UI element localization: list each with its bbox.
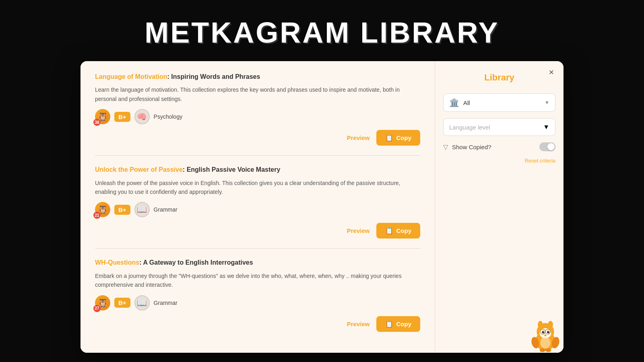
badge-count-2: 21: [93, 212, 101, 219]
preview-button-1[interactable]: Preview: [347, 134, 370, 141]
card-title-rest-3: : A Gateway to English Interrogatives: [139, 259, 253, 266]
svg-point-10: [549, 331, 549, 332]
language-chevron-icon: ▼: [543, 123, 549, 131]
copy-icon-3: 📋: [385, 320, 393, 328]
all-dropdown[interactable]: 🏛️ All ▼: [443, 93, 555, 112]
card-actions-1: Preview 📋 Copy: [95, 130, 420, 146]
modal: × Language of Motivation: Inspiring Word…: [80, 61, 564, 353]
preview-button-3[interactable]: Preview: [347, 321, 370, 327]
all-dropdown-label: All: [463, 99, 541, 106]
svg-point-18: [545, 348, 551, 352]
copy-label-3: Copy: [396, 321, 412, 327]
grade-badge-3: B+: [114, 298, 130, 308]
card-highlight-3: WH-Questions: [95, 259, 139, 266]
card-title-rest-2: : English Passive Voice Mastery: [183, 166, 280, 173]
language-level-dropdown[interactable]: Language level ▼: [443, 118, 555, 136]
copy-button-2[interactable]: 📋 Copy: [376, 223, 421, 239]
copy-label-2: Copy: [396, 227, 412, 234]
copy-button-3[interactable]: 📋 Copy: [376, 316, 421, 332]
card-highlight-2: Unlock the Power of Passive: [95, 166, 183, 173]
mascot-figure: [527, 317, 564, 353]
category-icon-1: 🧠: [134, 109, 150, 124]
filter-icon: ▽: [443, 143, 448, 151]
category-icon-2: 📖: [134, 202, 150, 217]
card-actions-3: Preview 📋 Copy: [95, 316, 420, 332]
card-highlight-1: Language of Motivation: [95, 73, 167, 80]
card-title-1: Language of Motivation: Inspiring Words …: [95, 72, 420, 81]
card-motivation: Language of Motivation: Inspiring Words …: [95, 72, 420, 156]
library-title: Library: [443, 72, 555, 83]
category-label-1: Psychology: [154, 113, 183, 120]
card-actions-2: Preview 📋 Copy: [95, 223, 420, 239]
grade-badge-2: B+: [114, 205, 130, 215]
show-copied-toggle[interactable]: [539, 142, 555, 151]
svg-point-3: [548, 321, 553, 328]
copy-icon-2: 📋: [385, 227, 393, 234]
card-meta-1: 🦉 38 B+ 🧠 Psychology: [95, 109, 420, 124]
chevron-down-icon: ▼: [545, 100, 549, 105]
owl-badge-3: 🦉 27: [95, 295, 110, 311]
category-label-2: Grammar: [154, 206, 178, 213]
card-desc-2: Unleash the power of the passive voice i…: [95, 179, 420, 197]
card-passive: Unlock the Power of Passive: English Pas…: [95, 165, 420, 249]
svg-point-7: [542, 331, 544, 333]
card-title-3: WH-Questions: A Gateway to English Inter…: [95, 258, 420, 267]
card-title-rest-1: : Inspiring Words and Phrases: [167, 73, 260, 80]
show-copied-row: ▽ Show Copied?: [443, 142, 555, 151]
institution-icon: 🏛️: [449, 98, 459, 107]
category-icon-3: 📖: [134, 295, 150, 311]
toggle-knob: [547, 143, 555, 150]
card-wh: WH-Questions: A Gateway to English Inter…: [95, 258, 420, 341]
reset-criteria-link[interactable]: Reset criteria: [443, 158, 555, 164]
show-copied-label: Show Copied?: [452, 144, 535, 150]
mascot: [527, 317, 564, 353]
preview-button-2[interactable]: Preview: [347, 227, 370, 234]
grade-badge-1: B+: [114, 112, 130, 122]
card-desc-1: Learn the language of motivation. This c…: [95, 85, 420, 103]
badge-count-3: 27: [93, 305, 101, 312]
language-level-label: Language level: [449, 124, 490, 131]
card-title-2: Unlock the Power of Passive: English Pas…: [95, 165, 420, 174]
card-desc-3: Embark on a journey through the "WH-ques…: [95, 272, 420, 290]
copy-icon-1: 📋: [385, 134, 393, 142]
svg-point-19: [540, 337, 550, 348]
badge-count-1: 38: [93, 119, 101, 126]
category-label-3: Grammar: [154, 300, 178, 306]
copy-button-1[interactable]: 📋 Copy: [376, 130, 421, 146]
copy-label-1: Copy: [396, 134, 412, 141]
owl-badge-2: 🦉 21: [95, 202, 110, 217]
svg-point-2: [538, 321, 543, 328]
svg-point-8: [547, 331, 549, 333]
owl-badge-1: 🦉 38: [95, 109, 110, 124]
page-title: METKAGRAM LIBRARY: [144, 16, 499, 49]
right-panel: Library 🏛️ All ▼ Language level ▼ ▽ Show…: [435, 61, 564, 353]
close-button[interactable]: ×: [546, 67, 557, 78]
svg-point-9: [543, 331, 544, 332]
svg-point-17: [540, 348, 545, 352]
card-meta-3: 🦉 27 B+ 📖 Grammar: [95, 295, 420, 311]
left-panel: Language of Motivation: Inspiring Words …: [80, 61, 435, 353]
card-meta-2: 🦉 21 B+ 📖 Grammar: [95, 202, 420, 217]
